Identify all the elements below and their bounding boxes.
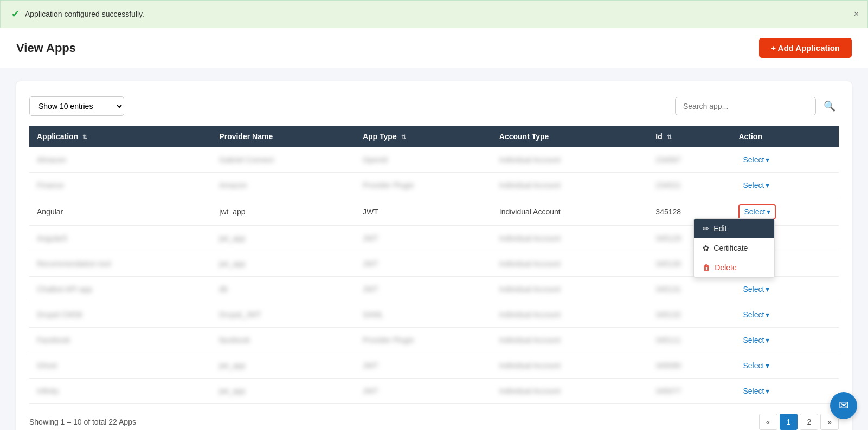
cell-apptype: SAML <box>355 302 492 328</box>
cell-id: 345090 <box>648 353 731 379</box>
success-banner: ✔ Application configured successfully. × <box>0 0 868 28</box>
delete-option[interactable]: 🗑 Delete <box>694 258 774 277</box>
cell-apptype: JWT <box>355 353 492 379</box>
table-footer: Showing 1 – 10 of total 22 Apps « 1 2 » <box>29 414 839 430</box>
cell-action: Select ▾ ✏ Edit ✿ Certificate <box>731 198 839 226</box>
check-icon: ✔ <box>11 8 20 20</box>
banner-message: Application configured successfully. <box>25 10 144 18</box>
search-input[interactable] <box>675 97 816 115</box>
col-application: Application ⇅ <box>29 126 211 147</box>
cell-provider: jwt_app <box>211 198 355 226</box>
action-dropdown: ✏ Edit ✿ Certificate 🗑 Delete <box>693 218 775 278</box>
chevron-down-icon: ▾ <box>766 387 769 395</box>
table-row: Chatbot API app db JWT Individual Accoun… <box>29 277 839 302</box>
cell-provider: jwt_app <box>211 353 355 379</box>
cell-application: Recommendation tool <box>29 251 211 277</box>
search-button[interactable]: 🔍 <box>820 98 839 114</box>
pagination: « 1 2 » <box>759 414 839 430</box>
table-row-angular: Angular jwt_app JWT Individual Account 3… <box>29 198 839 226</box>
cell-account: Individual Account <box>492 379 648 404</box>
col-provider-name: Provider Name <box>211 126 355 147</box>
select-button[interactable]: Select ▾ <box>738 283 774 296</box>
cell-provider: jwt_app <box>211 251 355 277</box>
cell-id: 345077 <box>648 379 731 404</box>
entries-select[interactable]: Show 10 entries Show 25 entries Show 50 … <box>29 96 124 116</box>
cell-id: 234521 <box>648 173 731 198</box>
search-wrapper: 🔍 <box>675 97 839 115</box>
select-button[interactable]: Select ▾ <box>738 179 774 192</box>
cell-provider: facebook <box>211 328 355 353</box>
cell-provider: jwt_app <box>211 379 355 404</box>
cell-apptype: JWT <box>355 379 492 404</box>
select-button[interactable]: Select ▾ <box>738 359 774 372</box>
chevron-down-icon: ▾ <box>766 361 769 370</box>
table-row: Finance Amazon Provider Plugin Individua… <box>29 173 839 198</box>
cell-action: Select ▾ <box>731 173 839 198</box>
cell-account: Individual Account <box>492 226 648 251</box>
chevron-down-icon: ▾ <box>766 336 769 344</box>
page-header: View Apps + Add Application <box>0 28 868 68</box>
select-button[interactable]: Select ▾ <box>738 308 774 321</box>
cell-action: Select ▾ <box>731 302 839 328</box>
cell-account: Individual Account <box>492 251 648 277</box>
cell-apptype: JWT <box>355 277 492 302</box>
cell-application: Finance <box>29 173 211 198</box>
cell-application: Angular <box>29 198 211 226</box>
cell-application: Chatbot API app <box>29 277 211 302</box>
edit-option[interactable]: ✏ Edit <box>694 219 774 238</box>
cell-application: Almacen <box>29 147 211 173</box>
cell-account: Individual Account <box>492 328 648 353</box>
apps-table: Application ⇅ Provider Name App Type ⇅ A… <box>29 126 839 404</box>
pagination-page-1[interactable]: 1 <box>780 414 798 430</box>
cell-provider: Drupal_JWT <box>211 302 355 328</box>
select-button-angular[interactable]: Select ▾ <box>740 205 775 218</box>
cell-apptype: JWT <box>355 226 492 251</box>
cell-application: Ghost <box>29 353 211 379</box>
cell-apptype: Provider Plugin <box>355 173 492 198</box>
certificate-icon: ✿ <box>703 244 709 252</box>
sort-icon-app-type: ⇅ <box>401 134 406 140</box>
cell-application: Angular5 <box>29 226 211 251</box>
table-row: Ghost jwt_app JWT Individual Account 345… <box>29 353 839 379</box>
cell-provider: db <box>211 277 355 302</box>
cell-apptype: Provider Plugin <box>355 328 492 353</box>
cell-account: Individual Account <box>492 353 648 379</box>
chevron-down-icon: ▾ <box>766 155 769 164</box>
pagination-page-2[interactable]: 2 <box>800 414 818 430</box>
pagination-prev[interactable]: « <box>759 414 777 430</box>
select-button[interactable]: Select ▾ <box>738 153 774 166</box>
cell-apptype: OpenId <box>355 147 492 173</box>
select-button[interactable]: Select ▾ <box>738 385 774 398</box>
cell-application: Infinity <box>29 379 211 404</box>
table-row: Facebook facebook Provider Plugin Indivi… <box>29 328 839 353</box>
col-id: Id ⇅ <box>648 126 731 147</box>
banner-close-button[interactable]: × <box>854 9 859 19</box>
chat-button[interactable]: ✉ <box>830 392 857 419</box>
cell-id: 234567 <box>648 147 731 173</box>
table-header-row: Application ⇅ Provider Name App Type ⇅ A… <box>29 126 839 147</box>
apps-card: Show 10 entries Show 25 entries Show 50 … <box>16 81 852 430</box>
cell-account: Individual Account <box>492 147 648 173</box>
cell-provider: jwt_app <box>211 226 355 251</box>
cell-apptype: JWT <box>355 251 492 277</box>
table-row: Drupal CMS6 Drupal_JWT SAML Individual A… <box>29 302 839 328</box>
cell-action: Select ▾ <box>731 379 839 404</box>
cell-application: Drupal CMS6 <box>29 302 211 328</box>
cell-action: Select ▾ <box>731 328 839 353</box>
main-content: Show 10 entries Show 25 entries Show 50 … <box>0 68 868 430</box>
add-application-button[interactable]: + Add Application <box>759 38 852 58</box>
certificate-option[interactable]: ✿ Certificate <box>694 238 774 258</box>
cell-application: Facebook <box>29 328 211 353</box>
table-controls: Show 10 entries Show 25 entries Show 50 … <box>29 96 839 116</box>
cell-action: Select ▾ <box>731 277 839 302</box>
table-row: Almacen Gabriel Connect OpenId Individua… <box>29 147 839 173</box>
col-account-type: Account Type <box>492 126 648 147</box>
col-action: Action <box>731 126 839 147</box>
cell-id: 345131 <box>648 277 731 302</box>
cell-provider: Amazon <box>211 173 355 198</box>
cell-account: Individual Account <box>492 198 648 226</box>
select-button[interactable]: Select ▾ <box>738 334 774 347</box>
table-row: Infinity jwt_app JWT Individual Account … <box>29 379 839 404</box>
showing-text: Showing 1 – 10 of total 22 Apps <box>29 418 136 426</box>
trash-icon: 🗑 <box>703 263 710 272</box>
